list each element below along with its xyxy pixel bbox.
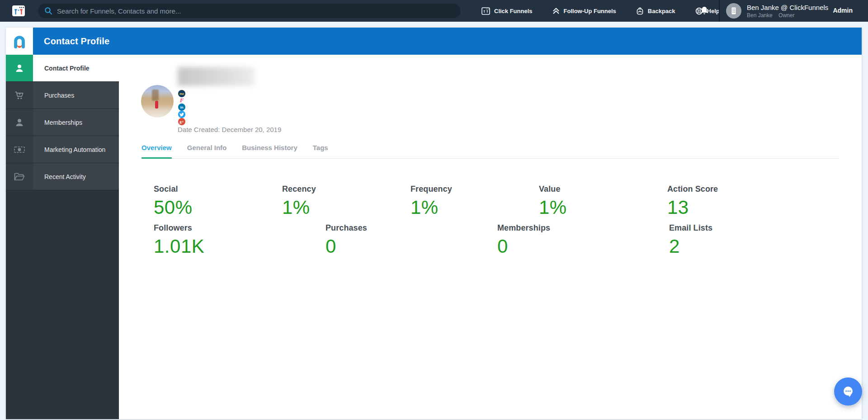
clickfunnels-logo-icon[interactable]	[11, 3, 26, 19]
account-sub-line: Ben Janke Owner	[747, 12, 828, 19]
stat-memberships: Memberships 0	[497, 223, 669, 257]
chat-bubble-icon	[840, 384, 856, 399]
stat-label: Email Lists	[669, 223, 841, 233]
account-avatar	[726, 3, 741, 19]
sidebar-item-marketing-automation[interactable]: Marketing Automation	[6, 136, 119, 163]
account-owner-name: Ben Janke	[747, 12, 773, 19]
money-bill-icon	[6, 136, 33, 163]
sidebar: Contact Profile Purchases Membership	[6, 55, 119, 419]
nav-click-funnels-label: Click Funnels	[494, 8, 533, 14]
stat-label: Frequency	[410, 184, 539, 194]
page-header: Contact Profile	[6, 28, 862, 55]
stat-purchases: Purchases 0	[326, 223, 497, 257]
stat-frequency: Frequency 1%	[410, 184, 539, 218]
stat-followers: Followers 1.01K	[154, 223, 326, 257]
nav-follow-up-funnels[interactable]: Follow-Up Funnels	[552, 7, 616, 14]
tab-general-info[interactable]: General Info	[187, 144, 227, 159]
google-plus-icon[interactable]: g+	[178, 118, 185, 125]
chat-widget-button[interactable]	[834, 378, 862, 406]
stat-value-score: Value 1%	[539, 184, 667, 218]
sidebar-item-contact-profile[interactable]: Contact Profile	[6, 55, 119, 82]
admin-link[interactable]: Admin	[833, 7, 853, 14]
nav-backpack[interactable]: Backpack	[636, 7, 675, 15]
sidebar-item-recent-activity[interactable]: Recent Activity	[6, 163, 119, 190]
double-chevron-up-icon	[552, 7, 560, 14]
stat-social: Social 50%	[154, 184, 282, 218]
person-icon	[6, 55, 33, 81]
stat-value: 0	[326, 236, 497, 257]
stat-label: Social	[154, 184, 282, 194]
tab-overview[interactable]: Overview	[142, 144, 172, 159]
contact-overview-content: me F in g+ Date Created: December 20, 20…	[119, 55, 862, 419]
nav-click-funnels[interactable]: Click Funnels	[481, 7, 533, 15]
tab-bar: Overview General Info Business History T…	[142, 144, 839, 159]
stat-label: Memberships	[497, 223, 669, 233]
foursquare-icon[interactable]: F	[178, 97, 185, 104]
contact-social-links: me F in g+	[178, 90, 185, 125]
sidebar-item-label: Purchases	[33, 82, 119, 109]
stat-value: 50%	[154, 197, 282, 218]
stat-value: 0	[497, 236, 669, 257]
account-menu[interactable]: Ben Janke @ ClickFunnels Ben Janke Owner	[726, 3, 828, 19]
linkedin-icon[interactable]: in	[178, 104, 185, 111]
stat-email-lists: Email Lists 2	[669, 223, 841, 257]
sidebar-item-label: Memberships	[33, 109, 119, 136]
contact-name-redacted	[178, 67, 255, 86]
stat-value: 1%	[282, 197, 410, 218]
stat-value: 13	[667, 197, 796, 218]
topnav: Click Funnels Follow-Up Funnels Backpack	[481, 0, 720, 22]
date-created: Date Created: December 20, 2019	[178, 126, 281, 133]
nav-backpack-label: Backpack	[648, 8, 675, 14]
nav-follow-up-funnels-label: Follow-Up Funnels	[564, 8, 616, 14]
search-input[interactable]	[57, 7, 454, 15]
click-funnels-icon	[481, 7, 490, 15]
top-navbar: Click Funnels Follow-Up Funnels Backpack	[0, 0, 868, 22]
contact-avatar	[141, 85, 174, 118]
stats-row-1: Social 50% Recency 1% Frequency 1% Value…	[154, 184, 796, 218]
twitter-icon[interactable]	[178, 111, 185, 118]
account-name-line: Ben Janke @ ClickFunnels	[747, 4, 828, 11]
stat-label: Recency	[282, 184, 410, 194]
sidebar-item-memberships[interactable]: Memberships	[6, 109, 119, 136]
stat-value: 1%	[410, 197, 539, 218]
stat-recency: Recency 1%	[282, 184, 410, 218]
folder-open-icon	[6, 163, 33, 190]
stat-label: Value	[539, 184, 667, 194]
account-role: Owner	[778, 12, 794, 19]
actionetics-arch-icon	[11, 33, 28, 50]
contact-profile-card: Contact Profile Contact Profile	[6, 28, 862, 419]
sidebar-item-label: Marketing Automation	[33, 136, 119, 163]
stat-value: 2	[669, 236, 841, 257]
search-icon	[44, 7, 52, 15]
backpack-icon	[636, 7, 644, 15]
sidebar-item-label: Recent Activity	[33, 163, 119, 190]
global-search	[38, 4, 461, 18]
stat-value: 1.01K	[154, 236, 326, 257]
stat-label: Action Score	[667, 184, 796, 194]
tab-tags[interactable]: Tags	[313, 144, 328, 159]
avatar-background-detail	[152, 90, 159, 101]
member-person-icon	[6, 109, 33, 136]
actionetics-logo[interactable]	[6, 28, 33, 55]
stats-row-2: Followers 1.01K Purchases 0 Memberships …	[154, 223, 841, 257]
building-icon	[731, 7, 737, 15]
sidebar-item-label: Contact Profile	[33, 55, 119, 81]
notifications-bell-icon[interactable]	[700, 6, 709, 18]
aboutme-icon[interactable]: me	[178, 90, 185, 97]
avatar-figure-detail	[155, 101, 158, 109]
page-title: Contact Profile	[44, 28, 109, 55]
stat-label: Purchases	[326, 223, 497, 233]
tab-business-history[interactable]: Business History	[242, 144, 297, 159]
sidebar-item-purchases[interactable]: Purchases	[6, 82, 119, 109]
stat-value: 1%	[539, 197, 667, 218]
stat-action-score: Action Score 13	[667, 184, 796, 218]
topbar-separator	[719, 0, 720, 22]
stat-label: Followers	[154, 223, 326, 233]
shopping-cart-icon	[6, 82, 33, 109]
